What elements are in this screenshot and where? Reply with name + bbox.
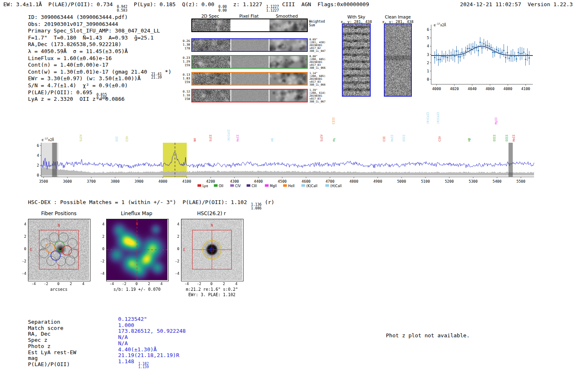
x-tick-label: 4020: [450, 87, 459, 91]
stacked-uncertainty: 0.000.00: [218, 5, 227, 12]
pixel-flat-strip: [231, 39, 269, 51]
fiber-circle: [49, 233, 59, 242]
data-point: [509, 58, 510, 59]
match-row-label: Photo z: [28, 343, 51, 349]
cutout-x-tick-label: 4: [157, 282, 165, 286]
text-segment: 173.826512, 50.922248: [118, 328, 186, 334]
east-label: E: [30, 248, 32, 252]
y-tick-label: 4: [37, 153, 39, 158]
data-point: [488, 46, 490, 47]
info-line: Cont(w) = 1.30(±0.01)e-17 (gmag 21.40 21…: [28, 69, 172, 76]
info-line: EWr = 3.30(±0.97) (w: 3.50(±1.00))Å: [28, 75, 172, 82]
legend-swatch: [325, 184, 329, 187]
match-row-value: 173.826512, 50.922248: [118, 328, 186, 334]
info-line: LineFlux = 1.60(±0.46)e-16: [28, 55, 172, 62]
text-segment: (r): [262, 199, 274, 205]
cutout-x-tick-label: 0: [207, 282, 216, 286]
weighted-label-line2: Sum: [309, 23, 325, 27]
cutout-x-tick-label: -4: [108, 282, 116, 286]
column-title-smoothed: Smoothed: [267, 14, 307, 19]
hsc-overlay: NE: [181, 219, 242, 280]
noise-floor: [41, 167, 534, 175]
north-label: N: [136, 222, 138, 226]
y-tick-label: 6: [427, 28, 429, 32]
cutout-y-tick-label: 4: [17, 222, 26, 226]
cutout-y-tick-label: -2: [17, 259, 26, 263]
x-tick-label: 5300: [469, 179, 478, 183]
x-tick-label: 4080: [503, 87, 512, 91]
masked-band: [52, 143, 57, 177]
y-tick-label: 3: [427, 53, 429, 57]
match-row-value: 21.19(21.18,21.19)R: [118, 352, 179, 358]
match-row-value: 1.000: [118, 322, 134, 328]
emission-line-label: OIII: [493, 135, 496, 141]
y-tick-label: 2: [37, 163, 39, 167]
clean-image: [385, 24, 411, 96]
cutout-y-tick-label: 2: [17, 234, 26, 239]
2d-spec-strip: [192, 90, 230, 102]
emission-line-label: CII: [383, 136, 386, 141]
data-point: [496, 49, 497, 50]
text-segment: Obs: 20190301v017_3090063444: [28, 21, 118, 27]
emission-line-label: (K)CaII: [426, 112, 430, 124]
spec2d-row: [191, 38, 308, 52]
spectrum-group: 0246350036003700380039004000410042004300…: [37, 112, 534, 188]
emission-line-label: HeII: [512, 135, 516, 141]
x-tick-label: 3600: [63, 179, 72, 183]
cutout-y-tick-label: 0: [17, 247, 26, 251]
column-title-2dspec: 2D Spec: [190, 14, 231, 19]
east-label: E: [183, 248, 185, 252]
x-tick-label: 4040: [468, 87, 477, 91]
match-row-label: mag: [28, 355, 37, 361]
x-tick-label: 3900: [135, 179, 144, 183]
weighted-sum-label: Weighted Sum: [309, 20, 325, 27]
y-tick-label: 4: [427, 44, 429, 48]
legend-swatch: [197, 184, 201, 187]
smoothed-strip: [269, 39, 307, 51]
hsc-caption-2: EWr: 3. PLAE: 1.102: [177, 292, 247, 297]
match-row-label: Spec z: [28, 337, 47, 343]
text-segment: 0.123542": [118, 316, 147, 322]
data-point: [494, 52, 495, 53]
masked-band: [509, 143, 513, 177]
emission-line-label: HeII: [390, 135, 394, 141]
match-row-value: 0.123542": [118, 316, 147, 322]
data-point: [451, 55, 452, 56]
2d-spec-strip: [192, 39, 230, 51]
x-tick-label: 4400: [254, 179, 263, 183]
x-tick-label: 5000: [397, 179, 406, 183]
text-segment: LineFlux = 1.60(±0.46)e-16: [28, 55, 112, 61]
x-tick-label: 4500: [278, 179, 287, 183]
fit-data-points: [434, 37, 530, 66]
data-point: [501, 52, 502, 53]
cutout-y-tick-label: -2: [95, 259, 105, 263]
data-point: [503, 50, 504, 51]
emission-line-label: (K)CaII: [227, 129, 230, 141]
legend-label: MgII: [270, 184, 277, 188]
text-segment: S/N = 4.7(±1.4) χ² = 0.9(±0.0): [28, 82, 128, 88]
header-timestamp: 2024-12-21 11:02:57 Version 1.22.3: [460, 1, 573, 7]
stacked-uncertainty: 1.1821.139: [138, 362, 149, 369]
text-segment: EWr = 3.30(±0.97) (w: 3.50(±1.00))Å: [28, 75, 141, 81]
data-point: [479, 42, 481, 43]
x-tick-label: 4000: [158, 179, 167, 183]
smoothed-strip: [269, 90, 307, 102]
legend-label: (K)CaII: [307, 184, 318, 188]
north-label: N: [211, 223, 213, 227]
text-segment: P(LAE)/P(OII): 0.695: [28, 89, 95, 95]
match-row-value: N/A: [118, 340, 128, 346]
cutout-x-tick-label: -4: [183, 282, 191, 286]
x-tick-label: 4600: [302, 179, 311, 183]
with-sky-title: With Sky: [340, 15, 373, 19]
x-tick-label: 5100: [421, 179, 430, 183]
text-segment: Cont(w) = 1.30(±0.01)e-17 (gmag 21.40: [28, 69, 150, 75]
data-point: [490, 47, 492, 48]
fiber-circle: [59, 233, 68, 242]
text-segment: Primary Spec_Slot_IFU_AMP: 308_047_024_L…: [28, 28, 160, 34]
x-tick-label: 4900: [373, 179, 382, 183]
cutout-x-tick-label: -2: [195, 282, 203, 286]
cutout-x-tick-label: 2: [67, 282, 75, 286]
emission-line-label: NV: [193, 138, 197, 141]
spec2d-row: [191, 19, 308, 32]
emission-line-label: OIII: [505, 135, 509, 141]
